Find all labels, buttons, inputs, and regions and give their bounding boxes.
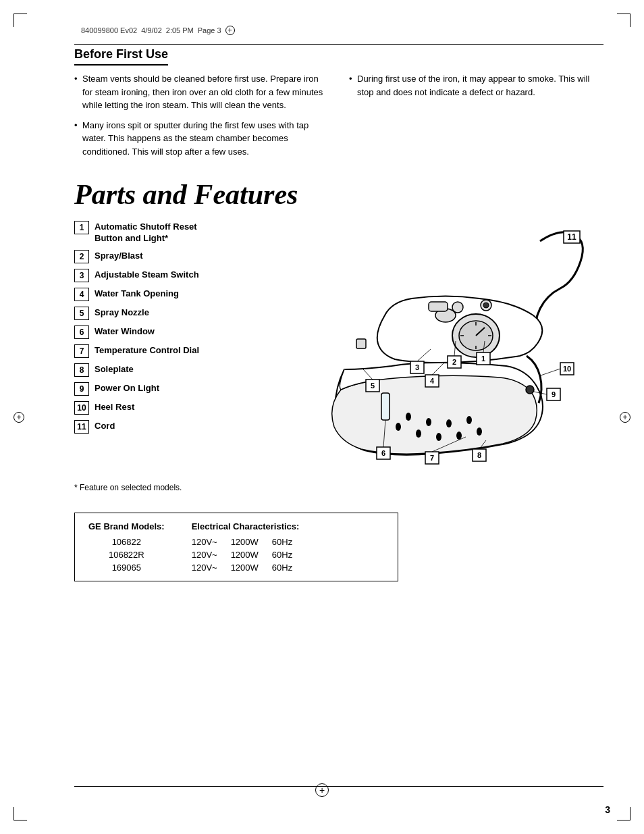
part-num-8: 8 (74, 363, 89, 377)
parts-list: 1 Automatic Shutoff ResetButton and Ligh… (74, 221, 263, 477)
svg-text:8: 8 (477, 451, 481, 459)
svg-point-5 (456, 432, 462, 440)
part-num-10: 10 (74, 401, 89, 415)
specs-models-title: GE Brand Models: (88, 521, 165, 531)
footnote: * Feature on selected models. (74, 483, 603, 492)
specs-table: GE Brand Models: 106822 106822R 169065 E… (74, 513, 398, 581)
bfu-bullet-2: Many irons spit or sputter during the fi… (74, 119, 329, 159)
voltage-1: 120V~ (192, 537, 217, 547)
svg-text:4: 4 (430, 377, 435, 385)
part-item-5: 5 Spray Nozzle (74, 307, 263, 320)
bfu-col-right: During first use of the iron, it may app… (349, 72, 603, 165)
part-label-2: Spray/Blast (95, 250, 143, 262)
bottom-rule (74, 786, 603, 787)
specs-electrical-col: Electrical Characteristics: 120V~ 120V~ … (192, 521, 300, 573)
svg-point-2 (396, 423, 401, 431)
specs-models-col: GE Brand Models: 106822 106822R 169065 (88, 521, 165, 573)
svg-point-25 (526, 386, 534, 394)
svg-text:9: 9 (552, 390, 556, 398)
part-item-11: 11 Cord (74, 420, 263, 434)
part-label-5: Spray Nozzle (95, 307, 149, 319)
bfu-bullet-1: Steam vents should be cleaned before fir… (74, 72, 329, 112)
part-item-2: 2 Spray/Blast (74, 250, 263, 263)
crosshair-bottom: + (315, 783, 329, 797)
watts-2: 1200W (231, 550, 259, 560)
doc-page: Page 3 (198, 26, 221, 34)
svg-point-22 (452, 302, 463, 313)
hz-2: 60Hz (272, 550, 292, 560)
iron-illustration: 11 (277, 221, 601, 471)
page: 840099800 Ev02 4/9/02 2:05 PM Page 3 + +… (0, 0, 644, 834)
svg-point-6 (477, 427, 482, 436)
watts-1: 1200W (231, 537, 259, 547)
part-num-4: 4 (74, 288, 89, 301)
svg-text:3: 3 (415, 363, 419, 371)
before-first-use-title: Before First Use (74, 47, 168, 66)
part-num-1: 1 (74, 221, 89, 234)
parts-section: 1 Automatic Shutoff ResetButton and Ligh… (74, 221, 603, 477)
iron-diagram: 11 (263, 221, 603, 477)
top-rule (74, 44, 603, 45)
svg-point-8 (426, 418, 431, 426)
bfu-col-left: Steam vents should be cleaned before fir… (74, 72, 329, 165)
header-bar: 840099800 Ev02 4/9/02 2:05 PM Page 3 (81, 26, 235, 35)
part-label-10: Heel Rest (95, 401, 134, 413)
svg-text:1: 1 (481, 355, 485, 363)
reg-mark-right: + (620, 412, 630, 423)
svg-text:10: 10 (563, 365, 571, 373)
part-item-6: 6 Water Window (74, 325, 263, 339)
part-item-7: 7 Temperature Control Dial (74, 344, 263, 358)
part-num-3: 3 (74, 269, 89, 282)
doc-number: 840099800 Ev02 (81, 26, 137, 34)
part-label-9: Power On Light (95, 382, 159, 394)
specs-electrical-title: Electrical Characteristics: (192, 521, 300, 531)
svg-point-9 (446, 419, 452, 427)
part-label-7: Temperature Control Dial (95, 344, 199, 357)
crop-mark-tr (617, 14, 630, 27)
part-label-4: Water Tank Opening (95, 288, 179, 300)
part-num-5: 5 (74, 307, 89, 320)
svg-text:2: 2 (452, 358, 456, 366)
specs-voltage-col: 120V~ 120V~ 120V~ (192, 537, 217, 573)
svg-point-3 (416, 429, 421, 438)
specs-right-values: 120V~ 120V~ 120V~ 1200W 1200W 1200W 60Hz… (192, 537, 300, 573)
part-item-10: 10 Heel Rest (74, 401, 263, 415)
crop-mark-tl (14, 14, 27, 27)
svg-point-4 (436, 433, 441, 441)
part-item-9: 9 Power On Light (74, 382, 263, 396)
svg-rect-18 (381, 393, 390, 420)
part-label-6: Water Window (95, 325, 155, 338)
crop-mark-bl (14, 807, 27, 820)
before-first-use-section: Before First Use Steam vents should be c… (74, 47, 603, 165)
specs-model-2: 106822R (88, 550, 165, 560)
svg-rect-19 (356, 339, 366, 348)
svg-rect-21 (429, 302, 448, 311)
part-num-7: 7 (74, 344, 89, 358)
part-item-3: 3 Adjustable Steam Switch (74, 269, 263, 282)
part-num-6: 6 (74, 325, 89, 339)
crop-mark-br (617, 807, 630, 820)
registration-mark (225, 26, 235, 35)
bfu-bullet-3: During first use of the iron, it may app… (349, 72, 603, 99)
part-item-1: 1 Automatic Shutoff ResetButton and Ligh… (74, 221, 263, 244)
voltage-3: 120V~ (192, 563, 217, 573)
svg-text:5: 5 (371, 382, 375, 390)
part-item-8: 8 Soleplate (74, 363, 263, 377)
part-label-8: Soleplate (95, 363, 134, 375)
specs-watts-col: 1200W 1200W 1200W (231, 537, 259, 573)
parts-heading: Parts and Features (74, 178, 603, 211)
doc-time: 2:05 PM (166, 26, 194, 34)
svg-text:7: 7 (430, 454, 434, 462)
hz-3: 60Hz (272, 563, 292, 573)
part-num-9: 9 (74, 382, 89, 396)
main-content: Before First Use Steam vents should be c… (74, 47, 603, 780)
specs-hz-col: 60Hz 60Hz 60Hz (272, 537, 292, 573)
page-number: 3 (605, 804, 610, 815)
part-num-11: 11 (74, 420, 89, 434)
svg-point-7 (406, 413, 411, 421)
watts-3: 1200W (231, 563, 259, 573)
svg-line-56 (539, 369, 560, 376)
bfu-columns: Steam vents should be cleaned before fir… (74, 72, 603, 165)
voltage-2: 120V~ (192, 550, 217, 560)
part-label-11: Cord (95, 420, 115, 432)
